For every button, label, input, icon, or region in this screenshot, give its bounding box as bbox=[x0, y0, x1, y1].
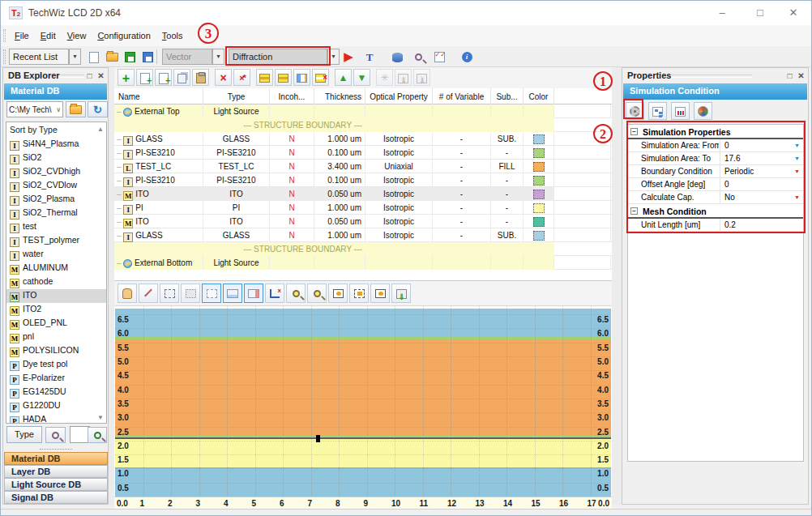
layer-row[interactable]: – IGLASSGLASSN1.000 umIsotropic-SUB. bbox=[114, 132, 612, 146]
export-button[interactable] bbox=[413, 69, 430, 86]
text-tool-button[interactable]: T bbox=[361, 48, 378, 66]
tab-layer-db[interactable]: Layer DB bbox=[4, 465, 108, 478]
menu-tools[interactable]: Tools bbox=[156, 25, 189, 46]
scroll-up-icon[interactable]: ▲ bbox=[97, 126, 104, 133]
tab-material-db[interactable]: Material DB bbox=[4, 452, 108, 465]
material-item-e-polarizer[interactable]: PE-Polarizer bbox=[6, 372, 106, 386]
zoom-out-button[interactable] bbox=[307, 284, 327, 303]
material-item-sio2_thermal[interactable]: ISiO2_Thermal bbox=[6, 207, 106, 220]
layer-row[interactable]: – MITOITON0.050 umIsotropic-- bbox=[114, 215, 612, 228]
delete-button[interactable]: × bbox=[215, 69, 232, 86]
panel-float-icon[interactable]: □ bbox=[84, 70, 95, 81]
props-close-icon[interactable]: ✕ bbox=[796, 70, 806, 81]
recent-list-combo[interactable]: Recent List ▼ bbox=[9, 49, 69, 65]
chart-plot[interactable]: 0.50.51.01.01.51.52.02.02.52.53.03.03.53… bbox=[115, 306, 611, 497]
select-region-button[interactable] bbox=[160, 284, 179, 303]
save-as-button[interactable] bbox=[139, 48, 156, 66]
column-header--of-variable[interactable]: # of Variable bbox=[433, 88, 491, 104]
column-header-sub-[interactable]: Sub... bbox=[491, 88, 524, 104]
db-path-combo[interactable]: C:\My Tech\∨ bbox=[6, 101, 63, 117]
layer-drag-marker[interactable] bbox=[316, 435, 320, 442]
layer-yellow2-button[interactable] bbox=[275, 69, 292, 86]
material-item-oled_pnl[interactable]: MOLED_PNL bbox=[6, 317, 106, 330]
layer-row[interactable]: – IPI-SE3210PI-SE3210N0.100 umIsotropic-… bbox=[114, 173, 612, 187]
export-image-button[interactable] bbox=[391, 284, 411, 303]
color-swatch[interactable] bbox=[533, 176, 545, 186]
color-swatch[interactable] bbox=[533, 217, 545, 227]
light-source-row[interactable]: – External BottomLight Source bbox=[114, 256, 612, 270]
scroll-down-icon[interactable]: ▼ bbox=[97, 414, 104, 421]
menu-configuration[interactable]: Configuration bbox=[92, 25, 156, 46]
layer-row[interactable]: – IPI-SE3210PI-SE3210N0.100 umIsotropic-… bbox=[114, 146, 612, 160]
material-item-ito[interactable]: MITO bbox=[6, 289, 106, 303]
tab-light-source-db[interactable]: Light Source DB bbox=[4, 478, 108, 491]
fit-button[interactable]: ✳ bbox=[376, 69, 393, 86]
material-item-hada[interactable]: PHADA bbox=[6, 413, 106, 424]
material-item-sio2[interactable]: ISiO2 bbox=[6, 151, 106, 165]
material-item-dye test pol[interactable]: PDye test pol bbox=[6, 358, 106, 372]
material-item-si4n4_plasma[interactable]: ISi4N4_Plasma bbox=[6, 138, 106, 151]
type-button[interactable]: Type bbox=[6, 426, 42, 443]
move-down-button[interactable]: ▼ bbox=[353, 69, 370, 86]
column-header-optical-property[interactable]: Optical Property bbox=[365, 88, 433, 104]
color-swatch[interactable] bbox=[533, 148, 545, 158]
material-item-aluminum[interactable]: MALUMINUM bbox=[6, 262, 106, 275]
snap-grid-button[interactable] bbox=[181, 284, 200, 303]
menu-edit[interactable]: Edit bbox=[35, 25, 62, 46]
material-item-test_polymer[interactable]: ITEST_polymer bbox=[6, 234, 106, 248]
database-button[interactable] bbox=[388, 48, 406, 66]
left-splitter[interactable] bbox=[109, 67, 114, 505]
search-database-button[interactable] bbox=[409, 48, 427, 66]
vector-arrow[interactable]: ▼ bbox=[212, 49, 224, 65]
run-button[interactable]: ▶ bbox=[340, 48, 357, 66]
menu-view[interactable]: View bbox=[62, 25, 92, 46]
open-folder-button[interactable] bbox=[66, 101, 86, 117]
material-item-g1220du[interactable]: PG1220DU bbox=[6, 399, 106, 413]
zoom-fit-button[interactable] bbox=[370, 284, 390, 303]
delete-all-button[interactable]: ×* bbox=[233, 69, 250, 86]
menu-file[interactable]: File bbox=[9, 25, 35, 46]
column-header-name[interactable]: Name bbox=[117, 88, 203, 104]
props-float-icon[interactable]: □ bbox=[784, 70, 795, 81]
save-button[interactable] bbox=[121, 48, 139, 66]
axis-origin-button[interactable] bbox=[265, 284, 284, 303]
search-db-button[interactable] bbox=[45, 427, 66, 443]
layer-row[interactable]: – LTEST_LCTEST_LCN3.400 umUniaxial-FILL bbox=[114, 160, 612, 173]
material-item-pnl[interactable]: Mpnl bbox=[6, 330, 106, 344]
table-remove-button[interactable] bbox=[312, 69, 329, 86]
column-header-thickness[interactable]: Thickness bbox=[314, 88, 365, 104]
show-frame-button[interactable] bbox=[202, 284, 221, 303]
new-document-button[interactable] bbox=[85, 48, 103, 66]
ruler-vertical-button[interactable] bbox=[244, 284, 263, 303]
material-item-test[interactable]: Itest bbox=[6, 220, 106, 234]
refresh-button[interactable]: ↻ bbox=[88, 101, 108, 117]
copy-button[interactable] bbox=[173, 69, 190, 86]
material-item-sio2_cvdhigh[interactable]: ISiO2_CVDhigh bbox=[6, 165, 106, 179]
color-swatch[interactable] bbox=[533, 190, 545, 199]
layer-row[interactable]: – MITOITON0.050 umIsotropic-- bbox=[114, 187, 612, 201]
right-splitter[interactable] bbox=[612, 67, 622, 505]
chart-view-button[interactable] bbox=[671, 102, 690, 120]
options-button[interactable] bbox=[694, 102, 712, 120]
color-swatch[interactable] bbox=[533, 231, 545, 241]
layer-row[interactable]: – IPIPIN1.000 umIsotropic-- bbox=[114, 201, 612, 215]
light-source-row[interactable]: – External TopLight Source bbox=[114, 104, 612, 118]
tab-signal-db[interactable]: Signal DB bbox=[4, 491, 108, 504]
material-item-sio2_plasma[interactable]: ISiO2_Plasma bbox=[6, 193, 106, 207]
move-up-button[interactable]: ▲ bbox=[335, 69, 352, 86]
material-item-cathode[interactable]: Mcathode bbox=[6, 275, 106, 289]
open-folder-button[interactable] bbox=[103, 48, 121, 66]
color-swatch[interactable] bbox=[533, 162, 545, 172]
pan-hand-button[interactable] bbox=[118, 284, 137, 303]
color-swatch[interactable] bbox=[533, 134, 545, 144]
zoom-object-button[interactable] bbox=[349, 284, 369, 303]
add-button[interactable]: + bbox=[118, 69, 135, 86]
tree-view-button[interactable] bbox=[648, 102, 667, 120]
go-search-button[interactable] bbox=[88, 427, 107, 443]
material-item-water[interactable]: Iwater bbox=[6, 248, 106, 262]
column-header-color[interactable]: Color bbox=[524, 88, 554, 104]
ruler-horizontal-button[interactable] bbox=[223, 284, 242, 303]
measure-line-button[interactable] bbox=[139, 284, 158, 303]
insert-above-button[interactable] bbox=[136, 69, 153, 86]
close-button[interactable]: ✕ bbox=[780, 1, 807, 24]
